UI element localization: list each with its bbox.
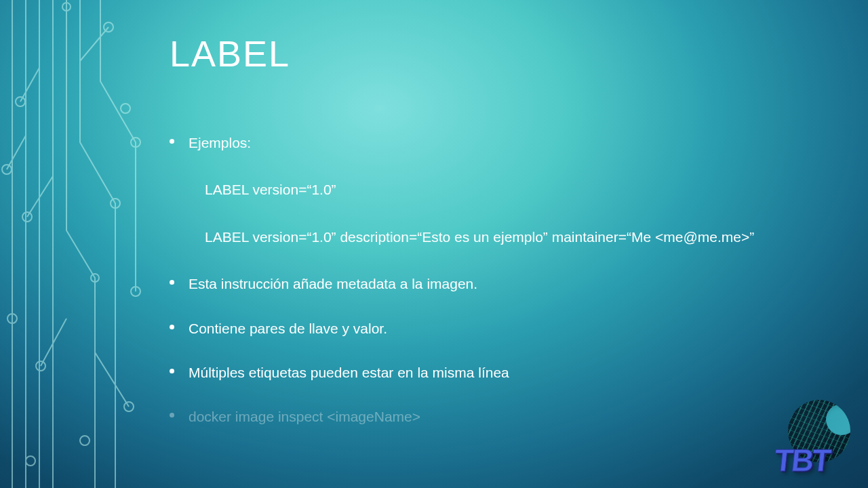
bullet-item: Contiene pares de llave y valor. [170,319,827,338]
logo-text: TBT [772,442,831,479]
svg-point-6 [36,361,45,371]
bullet-item: docker image inspect <imageName> [170,407,827,426]
svg-point-10 [91,274,99,282]
svg-point-14 [121,104,130,113]
svg-point-8 [7,314,17,323]
bullet-text: Contiene pares de llave y valor. [189,321,387,336]
sub-item: LABEL version=“1.0” description=“Esto es… [205,227,827,247]
bullet-item: Ejemplos:LABEL version=“1.0”LABEL versio… [170,133,827,247]
svg-point-12 [80,436,90,445]
svg-point-4 [131,138,140,147]
circuit-decoration [0,0,176,488]
tbt-logo: TBT [774,404,856,479]
svg-point-5 [111,199,120,208]
bullet-item: Esta instrucción añade metadata a la ima… [170,274,827,293]
bullet-text: Esta instrucción añade metadata a la ima… [189,276,477,291]
bullet-text: Múltiples etiquetas pueden estar en la m… [189,365,509,380]
svg-point-3 [104,22,113,32]
svg-point-2 [22,212,32,222]
svg-point-0 [2,165,12,174]
svg-point-1 [16,97,25,106]
svg-point-7 [124,402,134,411]
bullet-text: docker image inspect <imageName> [189,409,420,424]
sub-list: LABEL version=“1.0”LABEL version=“1.0” d… [205,180,827,247]
slide-title: LABEL [170,33,827,75]
bullet-list: Ejemplos:LABEL version=“1.0”LABEL versio… [170,133,827,427]
bullet-text: Ejemplos: [189,135,251,150]
svg-point-11 [131,287,140,296]
svg-point-13 [26,456,35,466]
bullet-item: Múltiples etiquetas pueden estar en la m… [170,363,827,382]
sub-item: LABEL version=“1.0” [205,180,827,199]
svg-point-9 [62,3,71,11]
